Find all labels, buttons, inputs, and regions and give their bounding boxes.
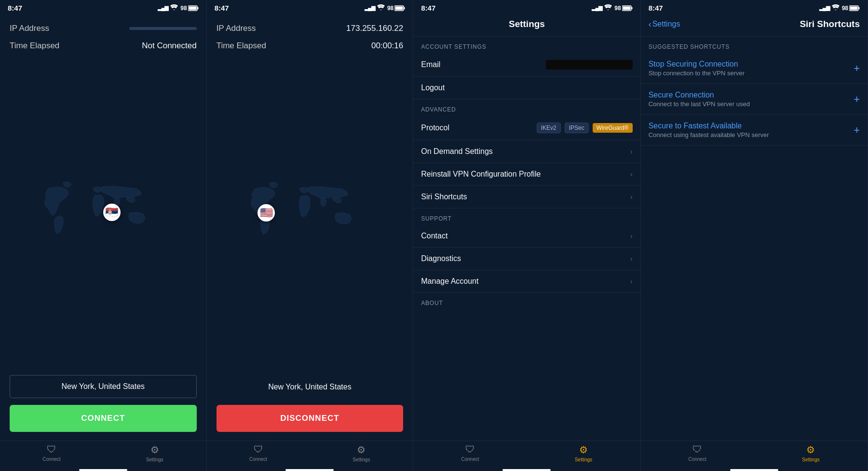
shortcut-title-0: Stop Securing Connection — [649, 60, 745, 69]
siri-page-title: Siri Shortcuts — [684, 19, 860, 29]
row-manage-account[interactable]: Manage Account › — [413, 270, 640, 293]
row-email[interactable]: Email — [413, 53, 640, 77]
wifi-icon-4 — [832, 4, 840, 12]
email-label: Email — [421, 60, 440, 69]
status-bar-4: 8:47 ▂▄▆ 98 — [641, 0, 868, 14]
panel-content-1: IP Address Time Elapsed Not Connected — [0, 14, 206, 441]
status-right-2: ▂▄▆ 98 — [365, 4, 405, 12]
time-1: 8:47 — [8, 4, 22, 12]
svg-rect-7 — [631, 7, 632, 9]
diagnostics-label: Diagnostics — [421, 254, 461, 263]
section-support: SUPPORT — [413, 208, 640, 225]
section-about: ABOUT — [413, 293, 640, 309]
tab-settings-3[interactable]: ⚙ Settings — [527, 444, 640, 462]
tab-connect-2[interactable]: 🛡 Connect — [207, 444, 310, 462]
tab-connect-1[interactable]: 🛡 Connect — [0, 444, 103, 462]
status-right-1: ▂▄▆ 98 — [158, 4, 198, 12]
shortcut-title-2: Secure to Fastest Available — [649, 122, 769, 130]
time-row-1: Time Elapsed Not Connected — [10, 37, 197, 55]
email-right — [546, 60, 633, 69]
siri-section-header: SUGGESTED SHORTCUTS — [641, 37, 868, 53]
status-bar-1: 8:47 ▂▄▆ 98 — [0, 0, 206, 14]
row-contact[interactable]: Contact › — [413, 225, 640, 248]
battery-icon-4: 98 — [842, 5, 860, 12]
badge-ipsec[interactable]: IPSec — [565, 123, 589, 133]
tab-settings-label-2: Settings — [353, 457, 370, 462]
reinstall-right: › — [630, 170, 633, 178]
wifi-icon-1 — [170, 4, 178, 12]
time-3: 8:47 — [421, 4, 435, 12]
shortcut-add-btn-2[interactable]: + — [854, 124, 860, 137]
disconnect-button-2[interactable]: DISCONNECT — [217, 405, 404, 432]
shortcut-row-0[interactable]: Stop Securing Connection Stop connection… — [641, 53, 868, 84]
shortcut-add-btn-1[interactable]: + — [854, 93, 860, 106]
panel-disconnected: 8:47 ▂▄▆ 98 IP Address Time Elapsed Not … — [0, 0, 207, 471]
shortcut-row-2[interactable]: Secure to Fastest Available Connect usin… — [641, 115, 868, 146]
svg-rect-11 — [850, 6, 858, 10]
time-row-2: Time Elapsed 00:00:16 — [217, 37, 404, 55]
world-map-1: 🇷🇸 — [31, 174, 176, 251]
row-ondemand[interactable]: On Demand Settings › — [413, 140, 640, 163]
row-diagnostics[interactable]: Diagnostics › — [413, 248, 640, 270]
section-advanced: ADVANCED — [413, 99, 640, 116]
section-account: ACCOUNT SETTINGS — [413, 37, 640, 53]
location-button-1[interactable]: New York, United States — [10, 375, 197, 398]
panel-content-2: IP Address 173.255.160.22 Time Elapsed 0… — [207, 14, 413, 441]
ip-label-2: IP Address — [217, 24, 256, 33]
siri-back-button[interactable]: ‹ Settings — [649, 19, 680, 29]
gear-icon-4: ⚙ — [806, 444, 815, 456]
tab-settings-4[interactable]: ⚙ Settings — [754, 444, 868, 462]
ip-label-1: IP Address — [10, 24, 49, 33]
signal-icon-3: ▂▄▆ — [592, 5, 602, 11]
tab-settings-label-3: Settings — [575, 457, 592, 462]
map-pin-serbia: 🇷🇸 — [103, 204, 121, 221]
shortcut-title-1: Secure Connection — [649, 91, 750, 99]
shortcut-add-btn-0[interactable]: + — [854, 62, 860, 75]
map-area-1: 🇷🇸 — [10, 59, 197, 366]
gear-icon-2: ⚙ — [357, 444, 366, 456]
badge-wireguard[interactable]: WireGuard® — [593, 123, 633, 133]
signal-icon-1: ▂▄▆ — [158, 5, 168, 11]
location-button-2[interactable]: New York, United States — [217, 376, 404, 398]
siri-label: Siri Shortcuts — [421, 193, 467, 201]
status-bar-3: 8:47 ▂▄▆ 98 — [413, 0, 640, 14]
world-map-2: 🇺🇸 — [237, 175, 382, 252]
back-chevron-icon: ‹ — [649, 19, 651, 29]
svg-rect-10 — [859, 7, 860, 9]
row-reinstall[interactable]: Reinstall VPN Configuration Profile › — [413, 163, 640, 186]
manage-account-right: › — [630, 277, 633, 285]
ondemand-label: On Demand Settings — [421, 147, 493, 156]
shortcut-text-0: Stop Securing Connection Stop connection… — [649, 60, 745, 77]
tab-settings-label-1: Settings — [146, 457, 163, 462]
home-bar-3 — [502, 469, 551, 471]
map-pin-usa: 🇺🇸 — [258, 204, 275, 222]
ip-value-2: 173.255.160.22 — [346, 24, 403, 33]
wifi-icon-2 — [377, 4, 385, 12]
tab-connect-3[interactable]: 🛡 Connect — [413, 444, 527, 462]
connect-button-1[interactable]: CONNECT — [10, 405, 197, 432]
ip-progress-fill-1 — [129, 27, 197, 30]
tab-connect-4[interactable]: 🛡 Connect — [641, 444, 754, 462]
manage-account-label: Manage Account — [421, 277, 478, 286]
shortcut-row-1[interactable]: Secure Connection Connect to the last VP… — [641, 84, 868, 115]
flag-usa: 🇺🇸 — [260, 207, 273, 219]
row-logout[interactable]: Logout — [413, 77, 640, 99]
tab-settings-1[interactable]: ⚙ Settings — [103, 444, 206, 462]
time-value-2: 00:00:16 — [371, 41, 403, 51]
svg-rect-1 — [197, 7, 198, 9]
tab-settings-2[interactable]: ⚙ Settings — [310, 444, 413, 462]
contact-right: › — [630, 232, 633, 240]
tab-bar-3: 🛡 Connect ⚙ Settings — [413, 441, 640, 467]
protocol-badges: IKEv2 IPSec WireGuard® — [537, 123, 633, 133]
battery-icon-3: 98 — [614, 5, 632, 12]
row-siri[interactable]: Siri Shortcuts › — [413, 186, 640, 208]
status-bar-2: 8:47 ▂▄▆ 98 — [207, 0, 413, 14]
shield-icon-3: 🛡 — [465, 444, 475, 455]
badge-ikev2[interactable]: IKEv2 — [537, 123, 561, 133]
tab-bar-2: 🛡 Connect ⚙ Settings — [207, 441, 413, 467]
row-protocol[interactable]: Protocol IKEv2 IPSec WireGuard® — [413, 116, 640, 140]
shortcut-text-1: Secure Connection Connect to the last VP… — [649, 91, 750, 108]
siri-right: › — [630, 193, 633, 201]
status-right-4: ▂▄▆ 98 — [819, 4, 860, 12]
shield-icon-2: 🛡 — [254, 444, 263, 455]
